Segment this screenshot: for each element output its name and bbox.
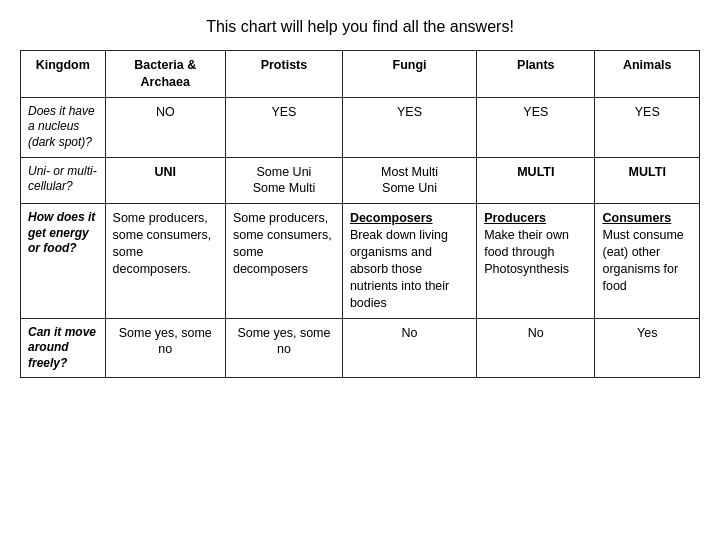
row-label-energy: How does it get energy or food? [21, 204, 106, 318]
cell-plants-energy: Producers Make their own food through Ph… [477, 204, 595, 318]
cell-protists-cellular: Some Uni Some Multi [225, 157, 342, 204]
producers-label: Producers [484, 211, 546, 225]
col-header-bacteria: Bacteria & Archaea [105, 51, 225, 98]
col-header-protists: Protists [225, 51, 342, 98]
table-row: Can it move around freely? Some yes, som… [21, 318, 700, 378]
cell-fungi-move: No [342, 318, 476, 378]
cell-plants-nucleus: YES [477, 97, 595, 157]
cell-fungi-energy: Decomposers Break down living organisms … [342, 204, 476, 318]
cell-animals-energy: Consumers Must consume (eat) other organ… [595, 204, 700, 318]
table-row: How does it get energy or food? Some pro… [21, 204, 700, 318]
cell-fungi-cellular: Most Multi Some Uni [342, 157, 476, 204]
cell-protists-energy: Some producers, some consumers, some dec… [225, 204, 342, 318]
col-header-kingdom: Kingdom [21, 51, 106, 98]
table-row: Uni- or multi-cellular? UNI Some Uni Som… [21, 157, 700, 204]
cell-fungi-nucleus: YES [342, 97, 476, 157]
row-label-nucleus: Does it have a nucleus (dark spot)? [21, 97, 106, 157]
decomposers-label: Decomposers [350, 211, 433, 225]
col-header-animals: Animals [595, 51, 700, 98]
row-label-cellular: Uni- or multi-cellular? [21, 157, 106, 204]
col-header-fungi: Fungi [342, 51, 476, 98]
cell-animals-cellular: MULTI [595, 157, 700, 204]
cell-animals-nucleus: YES [595, 97, 700, 157]
cell-bacteria-cellular: UNI [105, 157, 225, 204]
cell-plants-move: No [477, 318, 595, 378]
table-row: Does it have a nucleus (dark spot)? NO Y… [21, 97, 700, 157]
cell-plants-cellular: MULTI [477, 157, 595, 204]
page-title: This chart will help you find all the an… [206, 18, 514, 36]
kingdom-chart: Kingdom Bacteria & Archaea Protists Fung… [20, 50, 700, 378]
cell-bacteria-nucleus: NO [105, 97, 225, 157]
cell-bacteria-move: Some yes, some no [105, 318, 225, 378]
col-header-plants: Plants [477, 51, 595, 98]
cell-bacteria-energy: Some producers, some consumers, some dec… [105, 204, 225, 318]
cell-protists-move: Some yes, some no [225, 318, 342, 378]
cell-animals-move: Yes [595, 318, 700, 378]
cell-protists-nucleus: YES [225, 97, 342, 157]
consumers-label: Consumers [602, 211, 671, 225]
row-label-move: Can it move around freely? [21, 318, 106, 378]
